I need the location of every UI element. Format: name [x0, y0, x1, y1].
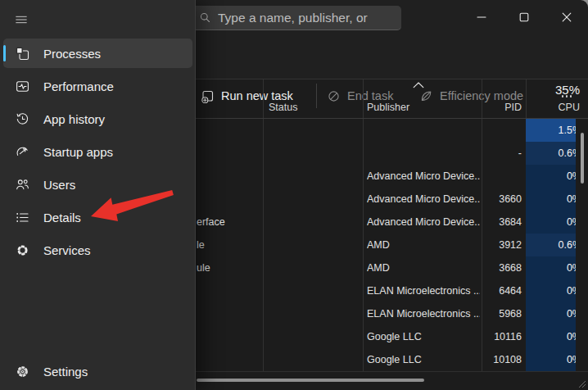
sort-ascending-icon — [413, 82, 424, 88]
search-icon — [199, 11, 211, 24]
sidebar-item-label: Startup apps — [43, 145, 113, 159]
cpu-cell: 0% — [526, 211, 576, 234]
leaf-icon — [419, 89, 433, 103]
sidebar-item-label: Processes — [43, 47, 101, 61]
hamburger-icon — [16, 14, 27, 25]
users-icon — [16, 178, 29, 192]
cpu-cell: 0% — [526, 348, 576, 371]
pid-cell: 3684 — [455, 211, 522, 234]
pid-cell: 3668 — [455, 256, 522, 279]
sidebar-item-performance[interactable]: Performance — [3, 71, 192, 101]
cpu-cell: 0% — [526, 256, 576, 279]
horizontal-scrollbar-thumb[interactable] — [197, 379, 424, 382]
settings-icon — [16, 365, 29, 379]
sidebar-item-startup-apps[interactable]: Startup apps — [3, 137, 192, 166]
sidebar-item-settings[interactable]: Settings — [3, 356, 192, 386]
pid-cell: 6464 — [455, 279, 522, 302]
maximize-icon — [519, 12, 529, 22]
sidebar-item-processes[interactable]: Processes — [3, 39, 192, 68]
sidebar-footer: Settings — [3, 356, 192, 389]
cpu-total-percent: 35% — [498, 81, 580, 98]
pid-cell: - — [455, 142, 522, 165]
minimize-icon — [477, 12, 486, 22]
services-icon — [16, 243, 29, 257]
pid-cell: 10108 — [455, 348, 522, 371]
search-box[interactable] — [189, 6, 401, 30]
pid-cell: 10116 — [455, 325, 522, 348]
sidebar-item-label: App history — [43, 112, 105, 126]
process-name-fragment: ule — [197, 256, 210, 279]
sidebar-item-label: Details — [43, 211, 81, 224]
search-input[interactable] — [211, 11, 401, 25]
cpu-cell: 0% — [526, 325, 576, 348]
processes-icon — [16, 47, 29, 61]
column-header-publisher[interactable]: Publisher — [367, 99, 409, 116]
sidebar-item-users[interactable]: Users — [3, 170, 192, 199]
vertical-scrollbar-thumb[interactable] — [581, 133, 584, 184]
cpu-cell: 0% — [526, 165, 576, 188]
process-name-fragment: erface — [197, 211, 225, 234]
startup-apps-icon — [16, 145, 29, 159]
sidebar-item-label: Services — [43, 243, 91, 257]
end-task-icon — [327, 89, 341, 103]
task-manager-window: Run new task End task Efficiency mode 35… — [0, 0, 588, 390]
performance-icon — [16, 79, 29, 93]
cpu-cell: 1.5% — [526, 119, 576, 142]
selected-indicator — [3, 45, 6, 61]
publisher-cell: Advanced Micro Device... — [367, 165, 480, 188]
cpu-cell: 0.6% — [526, 142, 576, 165]
details-icon — [16, 211, 29, 224]
resize-grip-icon[interactable] — [578, 380, 586, 388]
minimize-button[interactable] — [463, 0, 500, 34]
sidebar-item-app-history[interactable]: App history — [3, 104, 192, 134]
navigation-flyout: ProcessesPerformanceApp historyStartup a… — [0, 0, 196, 390]
column-header-status[interactable]: Status — [269, 99, 297, 116]
pid-cell: 3912 — [455, 234, 522, 256]
sidebar-item-services[interactable]: Services — [3, 235, 192, 265]
toolbar-divider — [316, 84, 317, 108]
sidebar-item-label: Users — [43, 178, 75, 192]
cpu-cell: 0.6% — [526, 234, 576, 256]
new-task-icon — [201, 89, 215, 103]
sidebar-item-label: Settings — [43, 365, 88, 379]
sidebar-nav: ProcessesPerformanceApp historyStartup a… — [3, 39, 192, 268]
close-icon — [562, 12, 572, 22]
maximize-button[interactable] — [505, 0, 543, 34]
sidebar-item-details[interactable]: Details — [3, 202, 192, 232]
sidebar-item-label: Performance — [43, 79, 114, 93]
cpu-cell: 0% — [526, 188, 576, 211]
pid-cell: 5968 — [455, 302, 522, 325]
pid-cell: 3660 — [455, 188, 522, 211]
app-history-icon — [16, 112, 29, 126]
close-button[interactable] — [548, 0, 586, 34]
cpu-cell: 0% — [526, 279, 576, 302]
column-header-cpu[interactable]: CPU — [498, 99, 580, 116]
process-name-fragment: le — [197, 234, 205, 256]
cpu-cell: 0% — [526, 302, 576, 325]
menu-toggle-button[interactable] — [11, 11, 32, 29]
